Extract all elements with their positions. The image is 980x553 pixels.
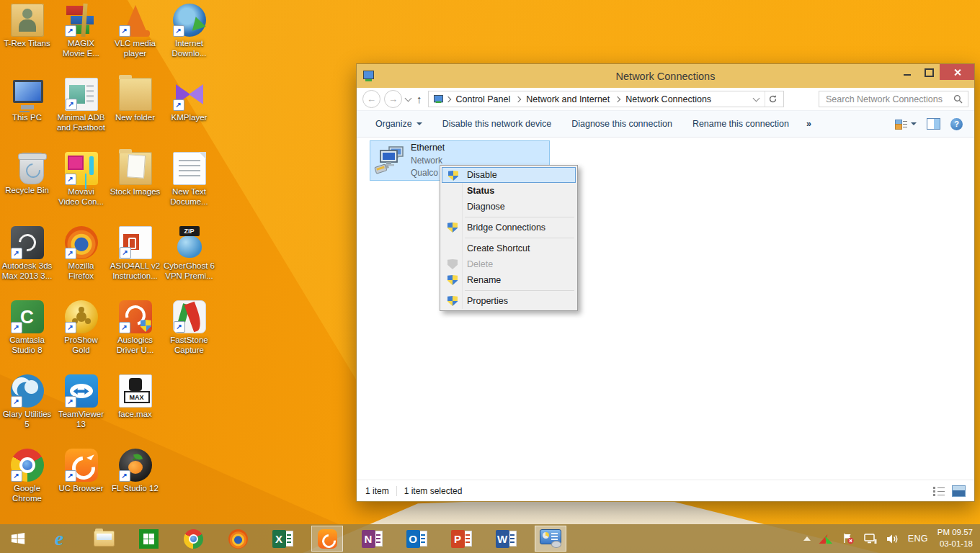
desktop-icon-camtasia[interactable]: C↗ Camtasia Studio 8: [1, 300, 54, 374]
desktop-icon-trex-titans[interactable]: T-Rex Titans: [1, 4, 54, 78]
desktop-icon-cyberghost[interactable]: ZIP CyberGhost 6 VPN Premi...: [163, 226, 216, 300]
desktop-icon-firefox[interactable]: ↗ Mozilla Firefox: [55, 226, 108, 300]
asio-document-icon: ↗: [119, 226, 152, 259]
desktop-icon-stock-images[interactable]: Stock Images: [109, 152, 162, 226]
desktop-icon-3ds-max[interactable]: ↗ Autodesk 3ds Max 2013 3...: [1, 226, 54, 300]
minimize-button[interactable]: [896, 64, 918, 80]
large-icons-view-button[interactable]: [952, 485, 966, 497]
network-tray-icon[interactable]: [864, 534, 877, 544]
desktop-icon-asio4all[interactable]: ↗ ASIO4ALL v2 Instruction...: [109, 226, 162, 300]
close-button[interactable]: [940, 64, 974, 80]
desktop-icon-new-text-document[interactable]: New Text Docume...: [163, 152, 216, 226]
forward-button[interactable]: →: [384, 90, 402, 108]
item-count: 1 item: [365, 486, 389, 496]
outlook-icon: O: [406, 530, 427, 548]
ethernet-adapter-icon: [374, 145, 406, 176]
language-indicator[interactable]: ENG: [908, 534, 928, 544]
search-icon: [953, 94, 963, 104]
desktop-icon-magix[interactable]: ↗ MAGIX Movie E...: [55, 4, 108, 78]
folder-content-area[interactable]: Ethernet Network Qualco Disable Status D…: [357, 138, 974, 480]
taskbar-chrome[interactable]: [177, 526, 209, 552]
desktop-icon-uc-browser[interactable]: ↗ UC Browser: [55, 449, 108, 523]
menu-item-bridge-connections[interactable]: Bridge Connections: [442, 220, 576, 235]
internet-explorer-icon: e: [55, 529, 63, 549]
diagnose-connection-command[interactable]: Diagnose this connection: [561, 119, 682, 129]
taskbar-internet-explorer[interactable]: e: [43, 526, 75, 552]
uc-browser-icon: ↗: [65, 449, 98, 482]
desktop-icon-vlc[interactable]: ↗ VLC media player: [109, 4, 162, 78]
action-center-flag-icon[interactable]: [842, 533, 855, 544]
desktop-icon-face-max[interactable]: MAX face.max: [109, 374, 162, 449]
help-button[interactable]: ?: [950, 118, 963, 130]
desktop-icon-idm[interactable]: ↗ Internet Downlo...: [163, 4, 216, 78]
taskbar-firefox[interactable]: [222, 526, 254, 552]
recent-pages-dropdown-icon[interactable]: [405, 94, 412, 102]
address-dropdown-button[interactable]: [749, 91, 765, 107]
breadcrumb-network-and-internet[interactable]: Network and Internet: [521, 94, 615, 104]
taskbar-word[interactable]: W: [490, 526, 522, 552]
preview-pane-button[interactable]: [927, 118, 940, 130]
breadcrumb-network-connections[interactable]: Network Connections: [620, 94, 716, 104]
back-button[interactable]: ←: [362, 90, 380, 108]
breadcrumb-control-panel[interactable]: Control Panel: [451, 94, 516, 104]
menu-item-diagnose[interactable]: Diagnose: [442, 199, 576, 215]
kmplayer-icon: ↗: [173, 78, 206, 111]
up-button[interactable]: ↑: [416, 93, 422, 105]
start-button[interactable]: [0, 524, 36, 553]
taskbar-control-panel[interactable]: [535, 526, 566, 552]
taskbar-file-explorer[interactable]: [88, 526, 120, 552]
desktop-icon-minimal-adb[interactable]: ↗ Minimal ADB and Fastboot: [55, 78, 108, 152]
maximize-button[interactable]: [918, 64, 940, 80]
taskbar-powerpoint[interactable]: P: [445, 526, 477, 552]
clock[interactable]: PM 09.57 03-01-18: [937, 527, 973, 549]
details-view-button[interactable]: [933, 486, 945, 496]
desktop-icon-auslogics[interactable]: ↗ Auslogics Driver U...: [109, 300, 162, 374]
desktop-icon-glary[interactable]: ↗ Glary Utilities 5: [1, 374, 54, 449]
search-box[interactable]: [819, 91, 968, 107]
search-input[interactable]: [824, 94, 953, 105]
desktop-icon-new-folder[interactable]: New folder: [109, 78, 162, 152]
chevron-down-icon: [416, 122, 422, 125]
disable-device-command[interactable]: Disable this network device: [432, 119, 561, 129]
change-view-button[interactable]: [895, 119, 917, 130]
show-hidden-icons-button[interactable]: [803, 536, 811, 541]
shortcut-arrow-icon: ↗: [65, 25, 76, 37]
taskbar-excel[interactable]: X: [267, 526, 298, 552]
shortcut-arrow-icon: ↗: [65, 322, 76, 333]
more-commands-button[interactable]: »: [799, 119, 819, 129]
desktop-icon-faststone[interactable]: ↗ FastStone Capture: [163, 300, 216, 374]
console-window-icon: ↗: [65, 78, 98, 111]
menu-item-create-shortcut[interactable]: Create Shortcut: [442, 240, 576, 256]
graphics-tool-tray-icon[interactable]: [820, 534, 833, 544]
breadcrumb[interactable]: Control Panel Network and Internet Netwo…: [428, 91, 784, 107]
desktop-icon-movavi[interactable]: ↗ Movavi Video Con...: [55, 152, 108, 226]
menu-item-rename[interactable]: Rename: [442, 272, 576, 288]
menu-item-properties[interactable]: Properties: [442, 293, 576, 309]
taskbar-uc-browser[interactable]: [311, 526, 343, 552]
desktop-icon-recycle-bin[interactable]: Recycle Bin: [1, 152, 54, 226]
menu-item-status[interactable]: Status: [442, 183, 576, 199]
taskbar-outlook[interactable]: O: [401, 526, 432, 552]
desktop-icon-chrome[interactable]: ↗ Google Chrome: [1, 449, 54, 523]
desktop-icon-this-pc[interactable]: This PC: [1, 78, 54, 152]
desktop-icon-kmplayer[interactable]: ↗ KMPlayer: [163, 78, 216, 152]
max-file-icon: MAX: [119, 374, 152, 408]
max-badge: MAX: [124, 391, 150, 403]
organize-button[interactable]: Organize: [365, 119, 432, 129]
desktop-icon-grid: T-Rex Titans ↗ MAGIX Movie E... ↗ VLC me…: [0, 4, 216, 523]
title-bar[interactable]: Network Connections: [357, 64, 974, 88]
close-icon: [953, 68, 961, 76]
selected-count: 1 item selected: [404, 486, 463, 496]
desktop-icon-fl-studio[interactable]: ↗ FL Studio 12: [109, 449, 162, 523]
taskbar-onenote[interactable]: N: [356, 526, 388, 552]
menu-item-disable[interactable]: Disable: [442, 167, 576, 183]
taskbar-windows-store[interactable]: [133, 526, 164, 552]
desktop-icon-teamviewer[interactable]: ↗ TeamViewer 13: [55, 374, 108, 449]
shortcut-arrow-icon: ↗: [65, 396, 76, 408]
rename-connection-command[interactable]: Rename this connection: [682, 119, 799, 129]
status-bar: 1 item 1 item selected: [357, 480, 974, 501]
volume-tray-icon[interactable]: [886, 534, 899, 544]
refresh-button[interactable]: [765, 91, 781, 107]
desktop-icon-proshow[interactable]: ↗ ProShow Gold: [55, 300, 108, 374]
taskbar: e X N O P W: [0, 524, 980, 553]
